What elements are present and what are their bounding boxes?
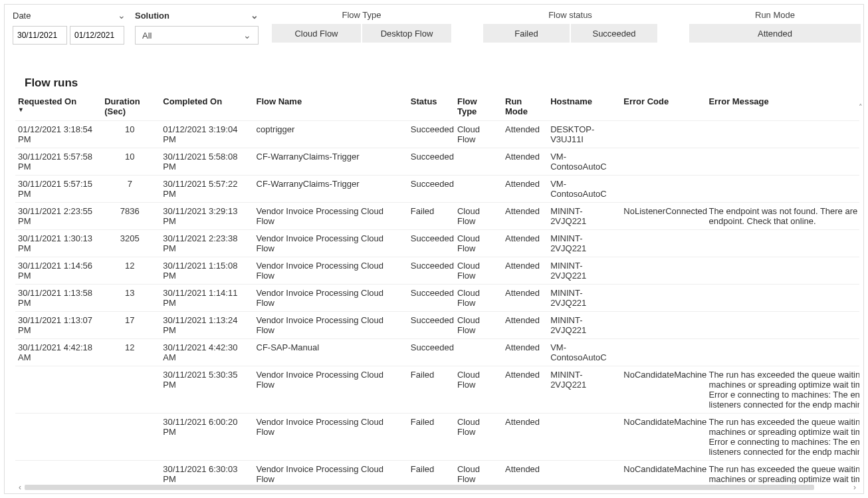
filter-bar: Date ⌄ Solution ⌄ All ⌄ Flow Type Cloud … [5,5,863,47]
cell-requested-on: 30/11/2021 5:57:15 PM [15,176,102,203]
cell-status: Failed [408,203,455,230]
cell-status: Succeeded [408,312,455,339]
cell-requested-on [15,461,102,484]
cell-run-mode: Attended [502,339,548,366]
cell-completed-on: 30/11/2021 6:00:20 PM [160,414,253,461]
table-header-row: Requested On ▼ Duration (Sec) Completed … [15,92,859,121]
table-row[interactable]: 01/12/2021 3:18:54 PM1001/12/2021 3:19:0… [15,121,859,148]
cell-status: Succeeded [408,148,455,176]
table-row[interactable]: 30/11/2021 6:30:03 PMVendor Invoice Proc… [15,461,859,484]
date-from-input[interactable] [13,26,67,45]
col-flow-name[interactable]: Flow Name [254,92,408,121]
table-row[interactable]: 30/11/2021 1:13:58 PM1330/11/2021 1:14:1… [15,285,859,312]
table-row[interactable]: 30/11/2021 5:57:15 PM730/11/2021 5:57:22… [15,176,859,203]
table-row[interactable]: 30/11/2021 5:57:58 PM1030/11/2021 5:58:0… [15,148,859,176]
cell-error-code [621,176,706,203]
cell-flow-type [455,176,502,203]
cell-duration [102,414,160,461]
cell-hostname: VM-ContosoAutoC [548,176,621,203]
col-requested-on[interactable]: Requested On ▼ [15,92,102,121]
chevron-down-icon[interactable]: ⌄ [251,10,259,21]
table-row[interactable]: 30/11/2021 1:13:07 PM1730/11/2021 1:13:2… [15,312,859,339]
flow-type-cloud-button[interactable]: Cloud Flow [272,24,361,43]
table-row[interactable]: 30/11/2021 5:30:35 PMVendor Invoice Proc… [15,366,859,414]
horizontal-scrollbar[interactable]: ‹ › [15,483,859,492]
cell-run-mode: Attended [502,148,548,176]
cell-requested-on: 30/11/2021 1:30:13 PM [15,230,102,257]
cell-flow-name: CF-SAP-Manual [254,339,408,366]
cell-error-message: The run has exceeded the queue waiting a… [706,414,859,461]
cell-flow-name: Vendor Invoice Processing Cloud Flow [254,461,408,484]
solution-select[interactable]: All ⌄ [135,26,259,45]
table-row[interactable]: 30/11/2021 2:23:55 PM783630/11/2021 3:29… [15,203,859,230]
cell-hostname: MININT-2VJQ221 [548,203,621,230]
cell-duration: 17 [102,312,160,339]
cell-error-code [621,257,706,285]
run-mode-label: Run Mode [755,10,795,20]
cell-run-mode: Attended [502,461,548,484]
cell-duration: 12 [102,339,160,366]
scroll-up-icon[interactable]: ˄ [859,103,863,112]
run-mode-slicer: Run Mode Attended [689,10,861,43]
col-status[interactable]: Status [408,92,455,121]
col-error-message[interactable]: Error Message [706,92,859,121]
table-row[interactable]: 30/11/2021 1:30:13 PM320530/11/2021 2:23… [15,230,859,257]
scrollbar-thumb[interactable] [25,485,814,490]
cell-flow-type: Cloud Flow [455,257,502,285]
cell-run-mode: Attended [502,312,548,339]
cell-hostname: MININT-2VJQ221 [548,285,621,312]
cell-run-mode: Attended [502,176,548,203]
col-duration[interactable]: Duration (Sec) [102,92,160,121]
col-flow-type[interactable]: Flow Type [455,92,502,121]
table-row[interactable]: 30/11/2021 4:42:18 AM1230/11/2021 4:42:3… [15,339,859,366]
cell-error-code [621,312,706,339]
chevron-down-icon[interactable]: ⌄ [118,10,126,21]
cell-flow-type: Cloud Flow [455,414,502,461]
cell-completed-on: 01/12/2021 3:19:04 PM [160,121,253,148]
cell-run-mode: Attended [502,257,548,285]
col-completed-on[interactable]: Completed On [160,92,253,121]
cell-error-code: NoCandidateMachine [621,461,706,484]
cell-flow-name: CF-WarranyClaims-Trigger [254,148,408,176]
cell-flow-name: CF-WarranyClaims-Trigger [254,176,408,203]
flow-status-label: Flow status [548,10,592,20]
cell-requested-on: 30/11/2021 1:13:58 PM [15,285,102,312]
cell-hostname [548,461,621,484]
cell-hostname: MININT-2VJQ221 [548,366,621,414]
cell-flow-type: Cloud Flow [455,230,502,257]
run-mode-attended-button[interactable]: Attended [689,24,861,43]
cell-completed-on: 30/11/2021 1:13:24 PM [160,312,253,339]
table-row[interactable]: 30/11/2021 1:14:56 PM1230/11/2021 1:15:0… [15,257,859,285]
table-title: Flow runs [25,76,863,90]
date-to-input[interactable] [70,26,124,45]
cell-requested-on: 01/12/2021 3:18:54 PM [15,121,102,148]
cell-completed-on: 30/11/2021 1:15:08 PM [160,257,253,285]
cell-duration: 12 [102,257,160,285]
cell-run-mode: Attended [502,414,548,461]
flow-status-succeeded-button[interactable]: Succeeded [571,24,657,43]
cell-flow-name: Vendor Invoice Processing Cloud Flow [254,285,408,312]
table-row[interactable]: 30/11/2021 6:00:20 PMVendor Invoice Proc… [15,414,859,461]
col-hostname[interactable]: Hostname [548,92,621,121]
scroll-left-icon[interactable]: ‹ [15,483,25,492]
cell-status: Succeeded [408,230,455,257]
cell-duration: 10 [102,148,160,176]
cell-error-message [706,148,859,176]
cell-hostname: MININT-2VJQ221 [548,230,621,257]
cell-flow-name: Vendor Invoice Processing Cloud Flow [254,366,408,414]
cell-flow-name: coptrigger [254,121,408,148]
sort-desc-icon: ▼ [18,106,96,113]
col-error-code[interactable]: Error Code [621,92,706,121]
col-run-mode[interactable]: Run Mode [502,92,548,121]
cell-error-code [621,121,706,148]
cell-error-message: The endpoint was not found. There are co… [706,203,859,230]
flow-type-label: Flow Type [342,10,381,20]
cell-hostname: VM-ContosoAutoC [548,148,621,176]
scroll-right-icon[interactable]: › [850,483,859,492]
flow-type-desktop-button[interactable]: Desktop Flow [362,24,451,43]
flow-status-failed-button[interactable]: Failed [483,24,570,43]
date-filter: Date ⌄ [13,10,126,45]
cell-error-code: NoCandidateMachine [621,414,706,461]
solution-selected: All [142,31,152,41]
flow-type-slicer: Flow Type Cloud Flow Desktop Flow [272,10,451,43]
